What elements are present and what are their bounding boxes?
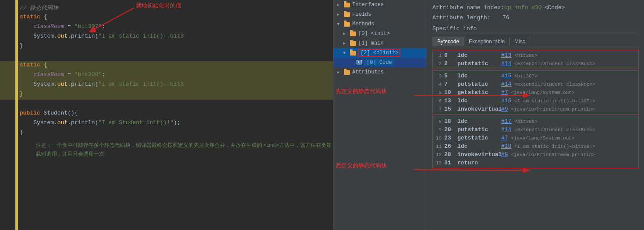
bc-row-11: 11 26 ldc #18 <I am static init()—bit308… <box>435 142 637 150</box>
tree-item-methods[interactable]: ▼ Methods <box>333 19 427 29</box>
tree-item-attributes[interactable]: ▶ Attributes <box>333 67 427 77</box>
attr-length-row: Attribute length: 76 <box>432 14 639 21</box>
bytecode-container: 1 0 ldc #13 <bit306> 2 2 putstatic #14 <… <box>432 50 639 168</box>
code-line: } <box>0 90 333 100</box>
bc-row-10: 10 23 getstatic #7 <java/lang/System.out… <box>435 134 637 142</box>
attr-name-label: Attribute name index: <box>432 4 504 11</box>
attr-name-ref[interactable]: cp_info #30 <box>504 4 542 11</box>
attr-length-value: 76 <box>502 14 510 21</box>
code-icon: [0] <box>355 59 363 66</box>
annotation-pre-static: 先定义的静态代码块 <box>336 87 387 95</box>
code-line-static2: static { <box>0 61 333 71</box>
tree-item-main[interactable]: ▶ [1] main <box>333 38 427 48</box>
tree-arrow: ▶ <box>337 12 343 17</box>
bc-row-4: 4 7 putstatic #14 <extend01/Student.clas… <box>435 80 637 88</box>
bc-ref[interactable]: #14 <box>501 81 511 87</box>
tree-arrow: ▶ <box>337 70 343 75</box>
note-text: 注意：一个类中可能存在多个静态代码块，编译器最终会按照定义的先后次序合并，并放在… <box>18 141 333 159</box>
info-panel: Attribute name index: cp_info #30 <Code>… <box>427 0 644 230</box>
tree-arrow: ▼ <box>343 51 349 56</box>
tree-panel: ▶ Interfaces ▶ Fields ▼ Methods ▶ <box>333 0 427 230</box>
bc-ref[interactable]: #9 <box>501 106 508 112</box>
tree-item-code[interactable]: [0] [0] Code <box>333 58 427 67</box>
bc-row-6: 6 13 ldc #16 <I am static init()—bit307!… <box>435 97 637 105</box>
folder-icon <box>349 50 357 56</box>
specific-info-header: Specific info <box>432 25 639 34</box>
bc-group-top: 1 0 ldc #13 <bit306> 2 2 putstatic #14 <… <box>432 50 639 69</box>
bc-row-8: 8 18 ldc #17 <bit308> <box>435 117 637 125</box>
clinit-label: [2] <clinit> <box>358 49 400 57</box>
code-panel: // 静态代码块 static { classRoom = "bit307"; … <box>0 0 333 230</box>
code-line <box>0 52 333 61</box>
code-line: System.out.println("I am static init()--… <box>0 32 333 42</box>
attr-name-row: Attribute name index: cp_info #30 <Code> <box>432 4 639 11</box>
attr-name-text: <Code> <box>545 4 565 11</box>
tree-arrow: ▶ <box>343 41 349 46</box>
bc-row-7: 7 15 invokevirtual #9 <java/io/PrintStre… <box>435 105 637 113</box>
folder-icon <box>349 31 357 37</box>
tree-item-init[interactable]: ▶ [0] <init> <box>333 29 427 38</box>
bc-ref[interactable]: #7 <box>501 89 508 96</box>
tree-item-fields[interactable]: ▶ Fields <box>333 10 427 19</box>
bc-row-2: 2 2 putstatic #14 <extend01/Student.clas… <box>435 59 637 68</box>
bc-ref[interactable]: #14 <box>501 60 511 67</box>
code-line: System.out.println("I am static init()--… <box>0 80 333 90</box>
code-line: public Student(){ <box>0 109 333 119</box>
tree-label: Fields <box>352 11 371 17</box>
bc-row-1: 1 0 ldc #13 <bit306> <box>435 51 637 59</box>
bc-group-mid: 3 5 ldc #15 <bit307> 4 7 putstatic #14 <… <box>432 70 639 115</box>
note-section: 注意：一个类中可能存在多个静态代码块，编译器最终会按照定义的先后次序合并，并放在… <box>0 141 333 159</box>
tab-bytecode[interactable]: Bytecode <box>432 37 464 46</box>
bc-ref[interactable]: #18 <box>501 143 511 150</box>
bc-ref[interactable]: #9 <box>501 151 508 158</box>
code-line: classRoom = "bit307"; <box>0 23 333 32</box>
tree-label: [0] <init> <box>358 31 390 37</box>
bc-row-5: 5 10 getstatic #7 <java/lang/System.out> <box>435 88 637 97</box>
code-line: static { <box>0 13 333 23</box>
tabs-row: Bytecode Exception table Misc <box>432 37 639 46</box>
bc-ref[interactable]: #17 <box>501 118 511 125</box>
code-line: System.out.println("I am Student init()!… <box>0 119 333 129</box>
bc-ref[interactable]: #16 <box>501 98 511 104</box>
bc-row-9: 9 20 putstatic #14 <extend01/Student.cla… <box>435 125 637 134</box>
folder-icon <box>343 2 351 8</box>
tree-label: [1] main <box>358 40 384 46</box>
attr-length-label: Attribute length: <box>432 14 502 21</box>
folder-icon <box>343 11 351 17</box>
bc-ref[interactable]: #13 <box>501 52 511 59</box>
bc-group-bot: 8 18 ldc #17 <bit308> 9 20 putstatic #14… <box>432 116 639 168</box>
annotation-post-static: 后定义的静态代码块 <box>336 162 387 170</box>
tab-exception[interactable]: Exception table <box>464 37 510 46</box>
code-line: } <box>0 42 333 52</box>
tree-label: Interfaces <box>352 2 384 8</box>
bc-row-12: 12 28 invokevirtual #9 <java/io/PrintStr… <box>435 150 637 159</box>
tree-item-interfaces[interactable]: ▶ Interfaces <box>333 0 427 10</box>
bc-ref[interactable]: #15 <box>501 73 511 79</box>
tab-misc[interactable]: Misc <box>510 37 530 46</box>
tree-arrow: ▶ <box>343 31 349 36</box>
bc-ref[interactable]: #7 <box>501 135 508 141</box>
folder-icon <box>349 40 357 46</box>
tree-label: Methods <box>352 21 374 27</box>
tree-label: Attributes <box>352 69 384 75</box>
code-line: } <box>0 129 333 138</box>
tree-arrow: ▶ <box>337 2 343 7</box>
code-line: classRoom = "bit308"; <box>0 71 333 80</box>
folder-icon <box>343 21 351 27</box>
bc-row-13: 13 31 return <box>435 159 637 167</box>
annotation-just-in-time: 就地初始化时的值 <box>136 2 181 10</box>
bc-row-3: 3 5 ldc #15 <bit307> <box>435 72 637 80</box>
code-line <box>0 100 333 109</box>
bc-ref[interactable]: #14 <box>501 126 511 133</box>
tree-item-clinit[interactable]: ▼ [2] <clinit> <box>333 48 427 58</box>
tree-arrow: ▼ <box>337 22 343 27</box>
folder-icon <box>343 69 351 75</box>
code-label: [0] Code <box>364 59 394 66</box>
